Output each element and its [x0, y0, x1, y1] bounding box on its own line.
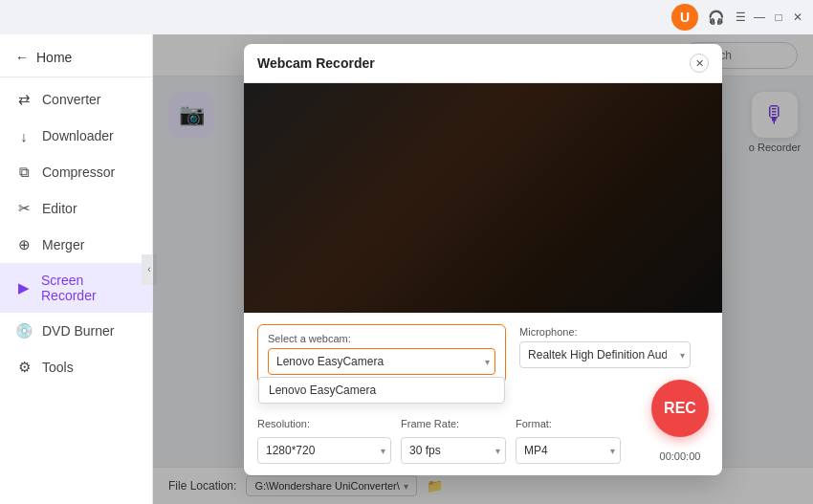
sidebar-label-merger: Merger: [42, 237, 84, 252]
merger-icon: ⊕: [15, 236, 33, 253]
sidebar: ← Home ⇄ Converter ↓ Downloader ⧉ Compre…: [0, 34, 153, 504]
sidebar-item-editor[interactable]: ✂ Editor: [0, 190, 152, 227]
modal-header: Webcam Recorder ✕: [244, 44, 722, 83]
sidebar-item-downloader[interactable]: ↓ Downloader: [0, 118, 152, 154]
framerate-label: Frame Rate:: [401, 418, 506, 429]
close-button[interactable]: ✕: [790, 10, 805, 25]
editor-icon: ✂: [15, 200, 33, 217]
screen-recorder-icon: ▶: [15, 279, 32, 296]
sidebar-label-downloader: Downloader: [42, 128, 114, 143]
format-select[interactable]: MP4: [516, 437, 621, 464]
webcam-select-label: Select a webcam:: [268, 333, 495, 344]
resolution-group: Resolution: 1280*720 ▾: [257, 418, 391, 464]
webcam-select[interactable]: Lenovo EasyCamera: [268, 348, 495, 375]
mic-select[interactable]: Realtek High Definition Audio: [519, 341, 691, 368]
app-body: ← Home ⇄ Converter ↓ Downloader ⧉ Compre…: [0, 34, 813, 504]
framerate-group: Frame Rate: 30 fps ▾: [401, 418, 506, 464]
headphone-icon[interactable]: 🎧: [702, 4, 729, 31]
sidebar-item-screen-recorder[interactable]: ▶ Screen Recorder: [0, 263, 152, 313]
title-bar-icons: U 🎧 ☰ — □ ✕: [671, 4, 805, 31]
format-label: Format:: [516, 418, 621, 429]
back-arrow-icon: ←: [15, 50, 29, 65]
webcam-dropdown-item[interactable]: Lenovo EasyCamera: [259, 378, 504, 403]
title-bar: U 🎧 ☰ — □ ✕: [0, 0, 813, 34]
webcam-recorder-modal: Webcam Recorder ✕ Select a webcam: Lenov…: [244, 44, 722, 475]
sidebar-label-editor: Editor: [42, 201, 77, 216]
converter-icon: ⇄: [15, 91, 33, 108]
sidebar-divider: [0, 77, 152, 77]
mic-select-label: Microphone:: [519, 326, 691, 338]
sidebar-item-merger[interactable]: ⊕ Merger: [0, 227, 152, 263]
home-label: Home: [36, 50, 72, 65]
format-group: Format: MP4 ▾: [516, 418, 621, 464]
sidebar-label-tools: Tools: [42, 360, 74, 375]
downloader-icon: ↓: [15, 127, 33, 144]
modal-title: Webcam Recorder: [257, 55, 375, 71]
maximize-button[interactable]: □: [771, 10, 786, 25]
sidebar-label-converter: Converter: [42, 92, 100, 107]
row-controls: Resolution: 1280*720 ▾ Frame Rate:: [257, 418, 709, 464]
modal-overlay: Webcam Recorder ✕ Select a webcam: Lenov…: [153, 34, 813, 504]
rec-button[interactable]: REC: [651, 380, 709, 437]
controls-area: Select a webcam: Lenovo EasyCamera ▾ Len…: [244, 313, 722, 475]
sidebar-label-compressor: Compressor: [42, 164, 115, 180]
timer-display: 00:00:00: [651, 450, 709, 462]
modal-close-button[interactable]: ✕: [690, 54, 709, 73]
dvd-burner-icon: 💿: [15, 322, 33, 340]
compressor-icon: ⧉: [15, 164, 33, 181]
resolution-label: Resolution:: [257, 418, 391, 429]
sidebar-item-home[interactable]: ← Home: [0, 42, 152, 73]
sidebar-item-tools[interactable]: ⚙ Tools: [0, 349, 152, 385]
webcam-dropdown-list: Lenovo EasyCamera: [258, 377, 505, 404]
rec-label: REC: [664, 400, 696, 417]
minimize-button[interactable]: —: [752, 10, 767, 25]
sidebar-label-screen-recorder: Screen Recorder: [41, 273, 137, 303]
sidebar-label-dvd-burner: DVD Burner: [42, 323, 114, 339]
main-content: 🎙 o Recorder 📷 File Location: G:\Wonders…: [153, 34, 813, 504]
menu-icon[interactable]: ☰: [733, 10, 748, 25]
framerate-select[interactable]: 30 fps: [401, 437, 506, 464]
tools-icon: ⚙: [15, 359, 33, 376]
resolution-select[interactable]: 1280*720: [257, 437, 391, 464]
sidebar-item-compressor[interactable]: ⧉ Compressor: [0, 154, 152, 190]
video-preview: [244, 83, 722, 313]
sidebar-item-converter[interactable]: ⇄ Converter: [0, 81, 152, 118]
user-avatar[interactable]: U: [671, 4, 698, 31]
sidebar-item-dvd-burner[interactable]: 💿 DVD Burner: [0, 313, 152, 349]
